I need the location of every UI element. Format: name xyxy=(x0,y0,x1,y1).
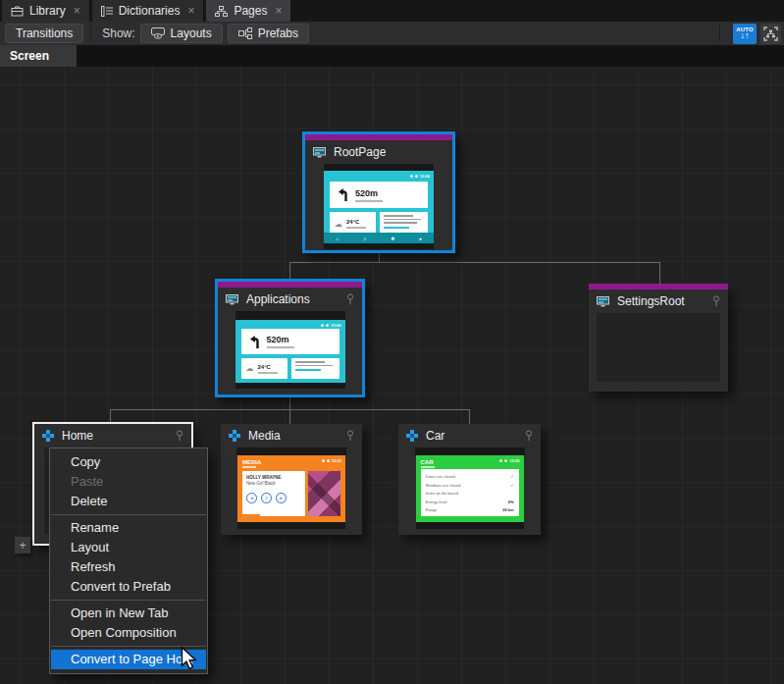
transitions-label: Transitions xyxy=(16,26,73,40)
node-title: SettingsRoot xyxy=(617,294,685,308)
connector-line xyxy=(379,253,380,262)
node-applications[interactable]: Applications 13:50 520m ☁ 24°C xyxy=(215,279,365,397)
tab-bar: Library × Dictionaries × Pages × xyxy=(0,0,784,22)
menu-item-delete[interactable]: Delete xyxy=(50,492,207,511)
prefabs-label: Prefabs xyxy=(258,26,298,40)
toolbar-separator xyxy=(90,26,91,41)
layouts-toggle-button[interactable]: Layouts xyxy=(140,24,223,43)
menu-item-refresh[interactable]: Refresh xyxy=(50,557,207,577)
node-rootpage[interactable]: RootPage 13:50 520m ☁ 24°C xyxy=(302,132,455,253)
pin-icon[interactable] xyxy=(346,430,354,442)
thumbnail-letterbox xyxy=(324,164,434,171)
car-title: CAR xyxy=(421,459,434,465)
album-art xyxy=(308,471,340,516)
toolbar: Transitions Show: Layouts Prefabs AUTO ↓… xyxy=(0,22,784,45)
close-icon[interactable]: × xyxy=(275,4,282,18)
thumb-clock: 13:50 xyxy=(331,323,340,328)
previous-track-icon: ◄ xyxy=(246,493,257,503)
tab-label: Library xyxy=(29,4,66,18)
car-thumbnail: CAR 13:50 Doors are closed✓ Windows are … xyxy=(416,455,524,522)
connector-line xyxy=(289,262,290,279)
thumbnail-letterbox xyxy=(324,243,434,249)
song-title: New Girl Black xyxy=(246,481,301,486)
node-car[interactable]: Car CAR 13:50 Doors are closed✓ Windows … xyxy=(398,424,541,535)
tab-label: Dictionaries xyxy=(119,4,181,18)
prefabs-toggle-button[interactable]: Prefabs xyxy=(228,24,309,43)
menu-item-convert-to-prefab[interactable]: Convert to Prefab xyxy=(50,577,207,597)
close-icon[interactable]: × xyxy=(187,4,194,18)
menu-item-paste[interactable]: Paste xyxy=(50,472,207,492)
turn-left-arrow-icon xyxy=(249,335,261,349)
add-page-button[interactable]: + xyxy=(15,537,30,553)
thumbnail-letterbox xyxy=(235,383,345,389)
applications-thumbnail: 13:50 520m ☁ 24°C xyxy=(235,320,345,383)
rootpage-thumbnail: 13:50 520m ☁ 24°C ⌂♫✱● xyxy=(324,171,434,243)
thumbnail-letterbox xyxy=(415,447,525,455)
mouse-cursor-icon xyxy=(180,646,197,675)
thumb-nav-bar: ⌂♫✱● xyxy=(324,233,434,243)
node-title: Home xyxy=(62,429,93,443)
pin-icon[interactable] xyxy=(176,430,183,442)
page-host-icon xyxy=(313,147,326,158)
menu-item-open-composition[interactable]: Open Composition xyxy=(50,623,207,643)
page-host-icon xyxy=(597,296,609,307)
node-media[interactable]: Media MEDIA 13:50 HOLLY WRAYNE New Girl … xyxy=(221,424,362,535)
context-menu: Copy Paste Delete Rename Layout Refresh … xyxy=(49,447,208,674)
breadcrumb[interactable]: Screen xyxy=(0,45,77,67)
auto-arrange-button[interactable]: AUTO ↓↑ xyxy=(733,24,757,44)
node-title: Applications xyxy=(246,292,310,306)
menu-item-open-in-new-tab[interactable]: Open in New Tab xyxy=(50,604,207,623)
thumbnail-letterbox xyxy=(416,522,524,529)
nav-distance: 520m xyxy=(267,335,294,344)
menu-item-copy[interactable]: Copy xyxy=(50,452,207,472)
prefabs-icon xyxy=(238,27,252,39)
menu-separator xyxy=(51,600,206,601)
thumbnail-letterbox xyxy=(236,447,346,455)
song-artist: HOLLY WRAYNE xyxy=(246,475,301,480)
pin-icon[interactable] xyxy=(525,430,533,442)
pin-icon[interactable] xyxy=(346,293,354,305)
connector-line xyxy=(469,409,470,424)
node-title: Car xyxy=(426,429,444,443)
gear-icon: ✱ xyxy=(391,236,394,241)
menu-item-rename[interactable]: Rename xyxy=(50,518,207,538)
weather-icon: ☁ xyxy=(246,364,254,373)
show-label: Show: xyxy=(102,26,134,40)
weather-icon: ☁ xyxy=(335,220,342,229)
close-icon[interactable]: × xyxy=(74,4,80,18)
nav-temperature: 24°C xyxy=(346,219,366,225)
node-settingsroot[interactable]: SettingsRoot xyxy=(589,284,728,392)
thumb-clock: 13:50 xyxy=(509,458,519,463)
tab-label: Pages xyxy=(234,4,267,18)
connector-line xyxy=(289,397,290,409)
node-title: Media xyxy=(248,429,281,443)
music-icon: ♫ xyxy=(363,236,367,241)
page-icon xyxy=(42,430,54,442)
page-icon xyxy=(229,430,240,442)
tab-library[interactable]: Library × xyxy=(2,0,89,22)
notification-card xyxy=(291,358,340,379)
pin-icon[interactable] xyxy=(712,295,720,307)
transitions-button[interactable]: Transitions xyxy=(5,24,83,43)
tab-dictionaries[interactable]: Dictionaries × xyxy=(92,0,204,22)
connector-line xyxy=(289,262,660,263)
tab-pages[interactable]: Pages × xyxy=(206,0,290,22)
library-icon xyxy=(11,6,24,17)
next-track-icon: ► xyxy=(276,493,287,503)
auto-arrows-icon: ↓↑ xyxy=(741,31,750,40)
media-title: MEDIA xyxy=(242,459,261,465)
layouts-label: Layouts xyxy=(171,26,212,40)
plus-icon: + xyxy=(19,539,26,552)
page-host-icon xyxy=(226,294,238,305)
nav-temperature: 24°C xyxy=(258,364,278,370)
media-thumbnail: MEDIA 13:50 HOLLY WRAYNE New Girl Black … xyxy=(237,455,345,522)
pages-editor-window: Library × Dictionaries × Pages × Transit… xyxy=(0,0,784,684)
pause-icon: ‖ xyxy=(261,493,272,503)
home-icon: ⌂ xyxy=(336,236,339,241)
fit-view-button[interactable] xyxy=(760,24,781,44)
connector-line xyxy=(110,409,111,422)
turn-left-arrow-icon xyxy=(338,187,349,202)
menu-item-layout[interactable]: Layout xyxy=(50,538,207,557)
node-title: RootPage xyxy=(334,145,386,159)
thumb-clock: 13:50 xyxy=(332,458,341,463)
